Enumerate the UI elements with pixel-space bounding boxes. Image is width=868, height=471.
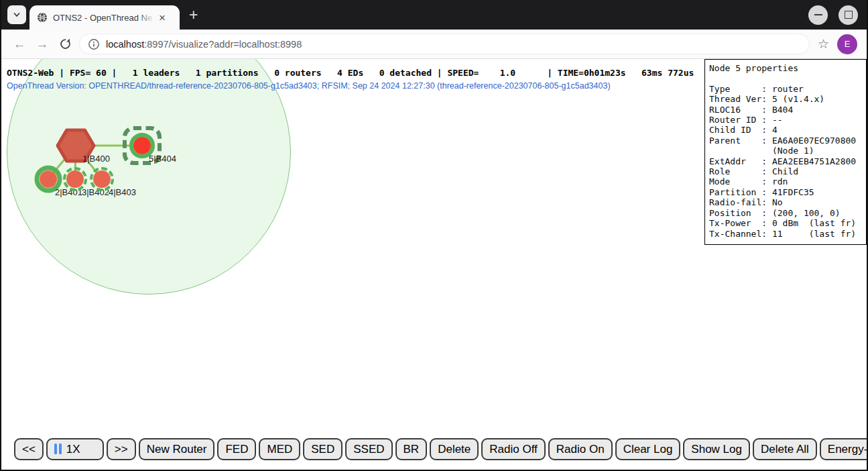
chevron-down-icon [12, 10, 21, 19]
simulation-canvas[interactable]: 1|B4002|B4013|B4024|B4035|B404 OTNS2-Web… [1, 59, 867, 470]
radio-off-button[interactable]: Radio Off [481, 438, 546, 460]
profile-avatar[interactable]: E [837, 34, 857, 54]
speed-up-button[interactable]: >> [107, 438, 136, 460]
node-core [133, 137, 151, 154]
new-tab-button[interactable]: + [189, 7, 198, 23]
tab-bar: OTNS2 - OpenThread Ne × + [1, 0, 867, 30]
browser-tab[interactable]: OTNS2 - OpenThread Ne × [29, 5, 180, 30]
site-info-icon[interactable] [88, 38, 100, 50]
forward-button[interactable]: → [31, 37, 54, 52]
new-router-button[interactable]: New Router [139, 438, 215, 460]
browser-window: OTNS2 - OpenThread Ne × + ← → localhost:… [0, 0, 868, 471]
br-button[interactable]: BR [395, 438, 428, 460]
url-input[interactable]: localhost:8997/visualize?addr=localhost:… [79, 34, 810, 54]
minimize-button[interactable] [808, 5, 828, 25]
url-toolbar: ← → localhost:8997/visualize?addr=localh… [1, 30, 867, 59]
clear-log-button[interactable]: Clear Log [615, 438, 681, 460]
delete-button[interactable]: Delete [430, 438, 479, 460]
node-core [40, 170, 57, 188]
pause-icon [59, 443, 62, 454]
tab-close-icon[interactable]: × [159, 12, 166, 23]
speed-down-button[interactable]: << [14, 438, 44, 460]
node-label: 1|B400 [82, 154, 110, 164]
ssed-button[interactable]: SSED [345, 438, 392, 460]
version-line: OpenThread Version: OPENTHREAD/thread-re… [7, 81, 611, 91]
show-log-button[interactable]: Show Log [683, 438, 750, 460]
reload-button[interactable] [54, 38, 76, 50]
globe-favicon-icon [37, 12, 48, 23]
status-bar: OTNS2-Web | FPS= 60 | 1 leaders 1 partit… [7, 68, 694, 78]
tab-title: OTNS2 - OpenThread Ne [53, 13, 155, 23]
fed-button[interactable]: FED [217, 438, 256, 460]
toolbar: <<1X>>New RouterFEDMEDSEDSSEDBRDeleteRad… [14, 438, 867, 460]
sed-button[interactable]: SED [303, 438, 343, 460]
energy-stats-button[interactable]: Energy-stats ↗ [820, 438, 867, 460]
node-label: 5|B404 [149, 154, 176, 164]
url-path: :8997/visualize?addr=localhost:8998 [144, 39, 302, 50]
url-text: localhost:8997/visualize?addr=localhost:… [106, 39, 302, 50]
maximize-button[interactable] [839, 5, 858, 25]
med-button[interactable]: MED [259, 438, 300, 460]
node-core [66, 170, 84, 188]
node-label: 4|B403 [109, 187, 136, 197]
url-host: localhost [106, 39, 144, 50]
speed-button[interactable]: 1X [46, 438, 104, 460]
node-properties-panel: Node 5 properties Type : router Thread V… [704, 59, 867, 245]
delete-all-button[interactable]: Delete All [753, 438, 817, 460]
window-controls [808, 5, 858, 25]
minimize-icon [814, 14, 822, 15]
bookmark-star-icon[interactable]: ☆ [818, 36, 829, 52]
node-core [93, 170, 111, 188]
pause-icon [54, 443, 57, 454]
back-button[interactable]: ← [8, 37, 31, 52]
reload-icon [59, 38, 72, 50]
tab-search-button[interactable] [7, 5, 26, 24]
radio-on-button[interactable]: Radio On [548, 438, 613, 460]
maximize-icon [845, 11, 853, 19]
